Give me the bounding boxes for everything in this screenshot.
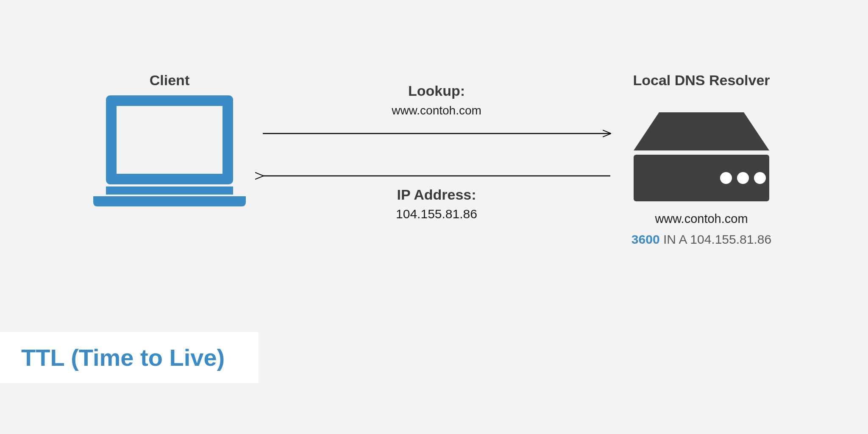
record-ttl-value: 3600 <box>632 232 660 246</box>
svg-rect-3 <box>93 195 246 196</box>
server-icon <box>634 112 769 201</box>
banner-title: TTL (Time to Live) <box>21 344 225 371</box>
title-banner: TTL (Time to Live) <box>0 332 259 383</box>
resolver-label: Local DNS Resolver <box>623 72 780 89</box>
response-title: IP Address: <box>373 186 500 203</box>
response-ip: 104.155.81.86 <box>373 207 500 221</box>
svg-point-7 <box>754 172 766 184</box>
resolver-record: 3600 IN A 104.155.81.86 <box>623 232 780 247</box>
svg-point-5 <box>720 172 732 184</box>
lookup-domain: www.contoh.com <box>373 104 500 117</box>
client-label: Client <box>127 72 212 89</box>
record-rest: IN A 104.155.81.86 <box>663 232 771 246</box>
svg-rect-2 <box>106 186 233 196</box>
svg-rect-1 <box>117 106 223 174</box>
svg-point-6 <box>737 172 749 184</box>
lookup-title: Lookup: <box>373 83 500 99</box>
laptop-icon <box>93 95 246 206</box>
resolver-domain: www.contoh.com <box>623 212 780 226</box>
